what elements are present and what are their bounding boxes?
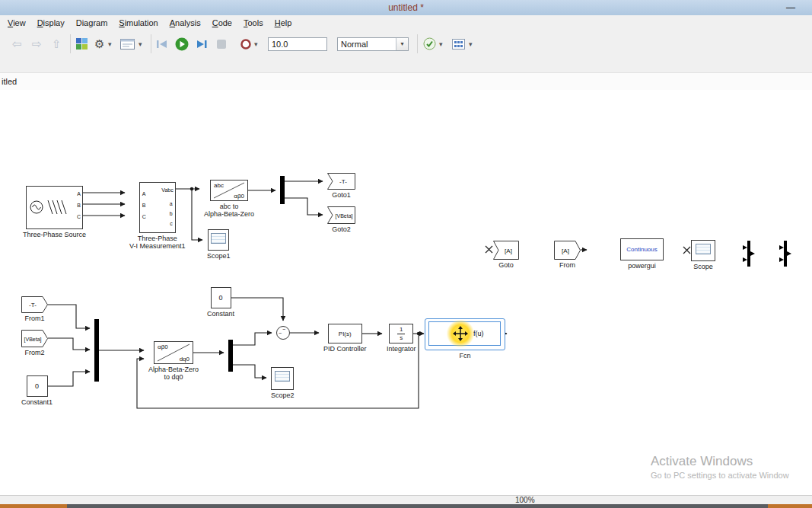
block-label: Integrator — [387, 345, 416, 353]
scope-screen — [211, 233, 226, 244]
check-dropdown-icon[interactable]: ▾ — [439, 40, 443, 48]
menu-view[interactable]: View — [8, 18, 26, 27]
block-goto2[interactable]: [VBeta] Goto2 — [327, 206, 355, 233]
run-button[interactable] — [175, 30, 189, 58]
library-browser-icon[interactable] — [76, 30, 88, 58]
sim-stop-time-input[interactable]: 10.0 — [268, 37, 327, 51]
activate-windows-text: Activate Windows — [651, 454, 753, 469]
block-label: Alpha-Beta-Zero — [148, 366, 199, 373]
crosshair-icon — [453, 326, 468, 341]
block-abc-to-alphabetazero[interactable]: abc αβ0 abc to Alpha-Beta-Zero — [204, 180, 254, 218]
model-config-icon[interactable] — [120, 30, 135, 58]
block-label: From1 — [24, 315, 44, 322]
diagram-canvas[interactable]: A B C Three-Phase Source A B C Vabc a b … — [0, 90, 812, 495]
port-label: B — [142, 203, 146, 208]
taskbar-segment — [768, 504, 812, 508]
three-phase-source-icon — [27, 187, 82, 228]
demux-block[interactable] — [280, 176, 285, 204]
block-vi-measurement[interactable]: A B C Vabc a b c Three-Phase V-I Measure… — [129, 182, 186, 250]
block-scope[interactable]: Scope — [691, 240, 715, 270]
block-constant1[interactable]: 0 Constant1 — [21, 375, 53, 406]
gear-icon[interactable]: ⚙ — [94, 37, 104, 51]
block-powergui[interactable]: Continuous powergui — [620, 238, 664, 270]
update-diagram-check-icon[interactable] — [423, 30, 436, 58]
block-from1[interactable]: -T- From1 — [21, 296, 48, 322]
step-forward-icon[interactable] — [196, 30, 207, 58]
demux-block[interactable] — [228, 340, 233, 372]
block-integrator[interactable]: 1 s Integrator — [387, 324, 416, 353]
block-text: abc — [214, 183, 224, 188]
sim-mode-dropdown-icon[interactable]: ▾ — [396, 38, 408, 50]
block-label: Goto2 — [332, 225, 351, 233]
block-label: Goto — [498, 261, 514, 269]
menu-code[interactable]: Code — [212, 18, 232, 27]
block-label: Constant — [207, 310, 234, 318]
back-icon[interactable]: ⇦ — [12, 37, 22, 51]
block-text: dq0 — [180, 356, 189, 362]
goto-tag-text: [VBeta] — [336, 213, 353, 219]
block-label: Constant1 — [21, 398, 53, 406]
block-scope2[interactable]: Scope2 — [271, 367, 295, 399]
block-label: abc to — [220, 203, 239, 210]
board-grid-icon[interactable] — [452, 30, 465, 58]
bus-selector-block[interactable] — [743, 239, 755, 268]
constant-value: 0 — [212, 288, 231, 308]
port-label: B — [77, 203, 81, 208]
stop-icon[interactable] — [217, 30, 226, 58]
block-label: Three-Phase — [138, 235, 177, 242]
bus-selector-block[interactable] — [779, 239, 791, 268]
move-cursor — [447, 320, 474, 347]
block-label: Scope — [693, 263, 713, 270]
model-tab[interactable]: itled — [2, 77, 17, 86]
window-title: untitled * — [388, 2, 424, 13]
block-scope1[interactable]: Scope1 — [207, 229, 231, 260]
block-from2[interactable]: [VBeta] From2 — [21, 330, 48, 356]
titlebar: untitled * — — [0, 0, 812, 15]
menu-analysis[interactable]: Analysis — [170, 18, 201, 27]
toolbar-gap — [0, 58, 812, 72]
block-label: Scope2 — [271, 391, 295, 399]
pid-text: PI(s) — [329, 324, 361, 343]
block-pid-controller[interactable]: PI(s) PID Controller — [323, 324, 367, 353]
integrator-numerator: 1 — [400, 327, 403, 333]
block-label: to dq0 — [164, 373, 183, 381]
toolbar-separator — [70, 34, 71, 53]
block-constant[interactable]: 0 Constant — [207, 287, 234, 318]
mux-block[interactable] — [94, 319, 99, 382]
forward-icon[interactable]: ⇨ — [32, 37, 42, 51]
model-config-dropdown-icon[interactable]: ▾ — [139, 40, 142, 48]
minimize-button[interactable]: — — [782, 0, 800, 15]
taskbar-sliver — [0, 504, 812, 508]
block-sum[interactable]: − − — [276, 326, 290, 340]
menu-help[interactable]: Help — [275, 18, 292, 27]
block-from-a[interactable]: [A] From — [554, 241, 581, 269]
goto-tag-text: [A] — [505, 248, 512, 254]
sim-mode-value: Normal — [338, 40, 396, 49]
sum-sign: − — [282, 327, 285, 332]
board-dropdown-icon[interactable]: ▾ — [469, 40, 473, 48]
block-text: αβ0 — [158, 344, 168, 350]
menu-display[interactable]: Display — [37, 18, 65, 27]
step-back-icon[interactable] — [157, 30, 167, 58]
from-tag-text: -T- — [29, 302, 37, 308]
port-label: C — [77, 214, 81, 219]
port-label: C — [142, 214, 146, 219]
sim-mode-select[interactable]: Normal ▾ — [337, 37, 409, 51]
from-tag-text: [A] — [562, 248, 569, 254]
record-icon[interactable] — [240, 30, 251, 58]
menu-diagram[interactable]: Diagram — [76, 18, 108, 27]
block-label: From2 — [24, 349, 44, 356]
block-alphabetazero-to-dq0[interactable]: αβ0 dq0 Alpha-Beta-Zero to dq0 — [148, 341, 199, 381]
menu-tools[interactable]: Tools — [244, 18, 263, 27]
up-icon[interactable]: ⇧ — [52, 37, 62, 51]
block-goto1[interactable]: -T- Goto1 — [327, 173, 355, 199]
block-label: Goto1 — [332, 191, 351, 199]
toolbar: ⇦ ⇨ ⇧ ⚙ ▾ ▾ ▾ 10.0 — [0, 30, 812, 58]
record-dropdown-icon[interactable]: ▾ — [254, 40, 258, 48]
gear-dropdown-icon[interactable]: ▾ — [108, 40, 112, 48]
block-label: V-I Measurement1 — [129, 242, 186, 250]
block-three-phase-source[interactable]: A B C Three-Phase Source — [23, 186, 86, 238]
menu-simulation[interactable]: Simulation — [119, 18, 158, 27]
port-label: c — [170, 221, 173, 226]
block-goto-a[interactable]: [A] Goto — [493, 241, 519, 269]
